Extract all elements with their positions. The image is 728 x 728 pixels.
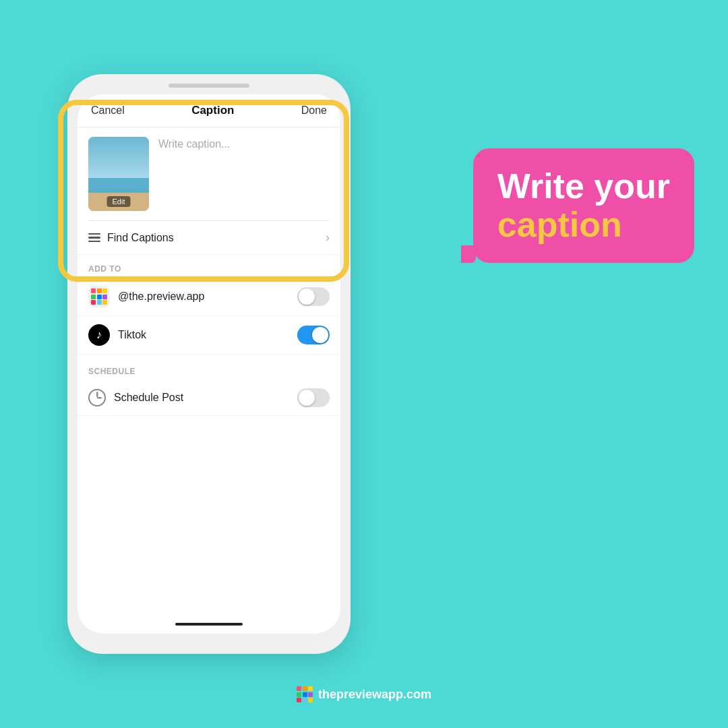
find-captions-left: Find Captions: [88, 232, 174, 244]
grid-cell-7: [91, 300, 96, 305]
bubble-line2: caption: [497, 206, 670, 244]
phone-shell: Cancel Caption Done Edit Write caption..…: [67, 74, 351, 654]
cancel-button[interactable]: Cancel: [91, 104, 125, 117]
grid-cell-3: [102, 289, 107, 293]
brand-cell-7: [297, 698, 301, 702]
brand-grid-icon: [297, 686, 313, 702]
grid-cell-8: [97, 300, 102, 305]
tiktok-toggle-knob: [312, 327, 328, 343]
lines-icon: [88, 233, 100, 243]
beach-sky: [88, 137, 149, 178]
beach-water: [88, 178, 149, 193]
preview-app-name: @the.preview.app: [118, 291, 204, 303]
caption-header: Cancel Caption Done: [78, 94, 340, 127]
schedule-toggle-knob: [299, 390, 315, 406]
brand-cell-9: [308, 698, 313, 702]
brand-cell-6: [308, 692, 313, 697]
schedule-section-label: SCHEDULE: [78, 357, 340, 380]
phone-notch: [169, 84, 249, 88]
brand-cell-1: [297, 686, 301, 691]
caption-body: Edit Write caption...: [78, 127, 340, 220]
schedule-section: SCHEDULE Schedule Post: [78, 357, 340, 416]
done-button[interactable]: Done: [301, 104, 327, 117]
preview-app-left: @the.preview.app: [88, 286, 204, 307]
clock-icon: [88, 389, 106, 406]
caption-image-thumbnail[interactable]: Edit: [88, 137, 149, 211]
line-3: [88, 241, 100, 243]
find-captions-text: Find Captions: [107, 232, 174, 244]
tiktok-toggle[interactable]: [297, 326, 330, 344]
line-1: [88, 233, 100, 235]
page-wrapper: Cancel Caption Done Edit Write caption..…: [0, 0, 728, 728]
schedule-post-toggle[interactable]: [297, 388, 330, 407]
brand-cell-8: [302, 698, 307, 702]
edit-label[interactable]: Edit: [107, 196, 131, 207]
tiktok-icon: ♪: [88, 324, 110, 346]
clock-hand-hour: [97, 397, 102, 398]
branding: thepreviewapp.com: [297, 686, 431, 702]
brand-text: thepreviewapp.com: [318, 688, 431, 702]
phone-screen: Cancel Caption Done Edit Write caption..…: [78, 94, 340, 634]
grid-cell-1: [91, 289, 96, 293]
chevron-right-icon: ›: [326, 231, 330, 245]
preview-app-row: @the.preview.app: [78, 278, 340, 316]
bubble-line1: Write your: [497, 167, 670, 206]
find-captions-row[interactable]: Find Captions ›: [78, 221, 340, 255]
caption-input[interactable]: Write caption...: [158, 137, 330, 211]
grid-cell-2: [97, 289, 102, 293]
tiktok-name: Tiktok: [118, 329, 146, 341]
tiktok-row: ♪ Tiktok: [78, 316, 340, 355]
grid-cell-9: [102, 300, 107, 305]
grid-cell-5: [97, 295, 102, 299]
preview-app-toggle[interactable]: [297, 287, 330, 306]
tiktok-left: ♪ Tiktok: [88, 324, 146, 346]
add-to-section-label: ADD TO: [78, 255, 340, 278]
brand-cell-2: [302, 686, 307, 691]
schedule-post-label: Schedule Post: [114, 392, 183, 404]
caption-title: Caption: [191, 104, 234, 117]
grid-cell-6: [102, 295, 107, 299]
clock-hands: [90, 390, 104, 405]
brand-cell-4: [297, 692, 301, 697]
schedule-post-left: Schedule Post: [88, 389, 183, 406]
brand-cell-3: [308, 686, 313, 691]
preview-app-icon: [88, 286, 110, 307]
brand-cell-5: [302, 692, 307, 697]
schedule-post-row: Schedule Post: [78, 380, 340, 416]
speech-bubble: Write your caption: [473, 148, 694, 263]
clock-hand-minute: [96, 392, 98, 397]
home-indicator: [175, 623, 243, 626]
grid-cell-4: [91, 295, 96, 299]
line-2: [88, 237, 100, 239]
preview-toggle-knob: [299, 289, 315, 305]
